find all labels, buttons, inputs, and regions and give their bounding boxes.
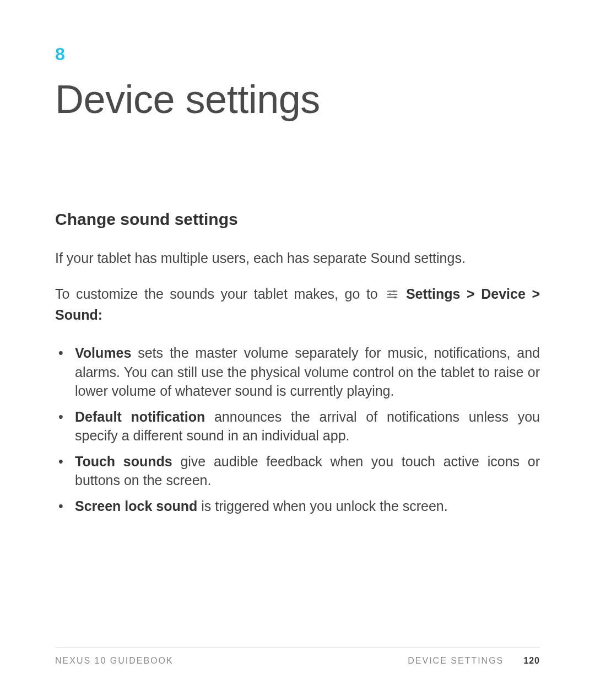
svg-rect-5	[394, 297, 396, 299]
list-item-bold: Screen lock sound	[75, 498, 197, 514]
page-footer: NEXUS 10 GUIDEBOOK DEVICE SETTINGS 120	[55, 648, 540, 666]
svg-rect-4	[390, 293, 391, 295]
chapter-title: Device settings	[55, 77, 540, 122]
list-item-bold: Default notification	[75, 409, 205, 424]
footer-left: NEXUS 10 GUIDEBOOK	[55, 656, 174, 666]
list-item-bold: Touch sounds	[75, 454, 172, 469]
sliders-icon	[386, 286, 398, 305]
list-item: Volumes sets the master volume separatel…	[72, 343, 540, 401]
svg-rect-3	[393, 290, 395, 293]
section-title: Change sound settings	[55, 210, 540, 229]
chapter-number: 8	[55, 44, 540, 64]
footer-section: DEVICE SETTINGS	[408, 656, 504, 666]
list-item: Touch sounds give audible feedback when …	[72, 452, 540, 490]
list-item: Screen lock sound is triggered when you …	[72, 497, 540, 516]
list-item-text: sets the master volume separately for mu…	[75, 345, 540, 399]
list-item-bold: Volumes	[75, 345, 131, 360]
list-item: Default notification announces the arriv…	[72, 407, 540, 445]
intro-paragraph: If your tablet has multiple users, each …	[55, 249, 540, 268]
nav-paragraph: To customize the sounds your tablet make…	[55, 284, 540, 325]
bullet-list: Volumes sets the master volume separatel…	[55, 343, 540, 515]
nav-paragraph-pre: To customize the sounds your tablet make…	[55, 286, 384, 301]
page-number: 120	[523, 656, 540, 666]
list-item-text: is triggered when you unlock the screen.	[197, 498, 447, 514]
